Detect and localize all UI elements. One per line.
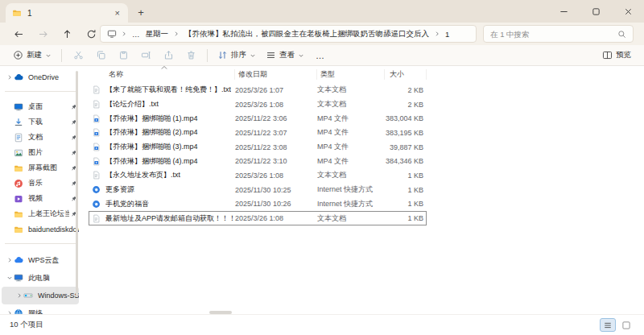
sidebar-item-桌面[interactable]: 桌面 bbox=[2, 99, 79, 114]
large-icons-view-icon[interactable] bbox=[618, 318, 634, 332]
new-button[interactable]: 新建 bbox=[8, 47, 56, 64]
column-header-大小[interactable]: 大小 bbox=[385, 69, 427, 80]
navigation-bar: … 星期一 【乔依琳】私拍流出，被四眼金主在老板椅上捆绑吸奶舌吻舔逼口交后入 1 bbox=[0, 23, 644, 45]
tab-title: 1 bbox=[27, 9, 108, 18]
sidebar-item-label: 视频 bbox=[28, 193, 69, 204]
sidebar-item-此电脑[interactable]: 此电脑 bbox=[2, 269, 79, 287]
command-bar: 新建 排序 查看 … 预览 bbox=[0, 45, 644, 66]
pictures-icon bbox=[14, 148, 24, 158]
chevron-down-icon bbox=[250, 52, 256, 59]
file-type: MP4 文件 bbox=[317, 114, 385, 124]
file-row[interactable]: 【来了就能下载和观看！纯免费！】.txt2025/3/26 1:07文本文档2 … bbox=[89, 83, 427, 97]
sidebar: OneDrive桌面下载文档图片屏幕截图音乐视频上老王论坛当baidunetdi… bbox=[0, 66, 80, 314]
sidebar-scrollbar[interactable] bbox=[76, 71, 78, 296]
breadcrumb-segment[interactable]: 星期一 bbox=[145, 29, 170, 39]
share-icon[interactable] bbox=[157, 47, 180, 64]
copy-icon[interactable] bbox=[89, 47, 112, 64]
sidebar-item-网络[interactable]: 网络 bbox=[2, 304, 79, 314]
column-header-类型[interactable]: 类型 bbox=[317, 69, 385, 80]
sort-button[interactable]: 排序 bbox=[213, 47, 261, 64]
close-icon[interactable] bbox=[612, 0, 644, 23]
file-row[interactable]: 【乔依琳】捆绑啪啪 (4).mp42025/11/22 3:10MP4 文件38… bbox=[89, 154, 427, 168]
preview-button[interactable]: 预览 bbox=[597, 47, 636, 64]
new-tab-button[interactable]: + bbox=[134, 5, 148, 19]
monitor-icon[interactable] bbox=[107, 29, 117, 39]
file-row[interactable]: 【乔依琳】捆绑啪啪 (3).mp42025/11/22 3:08MP4 文件39… bbox=[89, 140, 427, 155]
file-row[interactable]: 手机党的福音2025/11/30 10:26Internet 快捷方式1 KB bbox=[89, 197, 427, 212]
sidebar-item-图片[interactable]: 图片 bbox=[2, 145, 79, 160]
onedrive-cloud-icon bbox=[14, 72, 24, 82]
preview-button-label: 预览 bbox=[616, 50, 631, 60]
file-name: 【来了就能下载和观看！纯免费！】.txt bbox=[105, 85, 231, 95]
mp4-file-icon bbox=[92, 143, 101, 151]
file-type: MP4 文件 bbox=[317, 142, 385, 152]
file-type: 文本文档 bbox=[317, 99, 385, 110]
internet-shortcut-icon bbox=[92, 200, 101, 209]
column-header-修改日期[interactable]: 修改日期 bbox=[235, 69, 317, 80]
search-box[interactable] bbox=[483, 25, 634, 43]
sidebar-divider bbox=[5, 243, 76, 244]
delete-icon[interactable] bbox=[180, 47, 202, 64]
file-type: MP4 文件 bbox=[317, 127, 385, 138]
sidebar-divider bbox=[5, 91, 76, 92]
sort-button-label: 排序 bbox=[231, 50, 246, 60]
view-button[interactable]: 查看 bbox=[261, 47, 309, 64]
file-size: 1 KB bbox=[385, 214, 427, 222]
breadcrumb-segment[interactable]: 【乔依琳】私拍流出，被四眼金主在老板椅上捆绑吸奶舌吻舔逼口交后入 bbox=[184, 29, 430, 39]
sidebar-item-音乐[interactable]: 音乐 bbox=[2, 176, 79, 191]
folder-icon bbox=[14, 225, 24, 234]
sidebar-item-上老王论坛当[interactable]: 上老王论坛当 bbox=[2, 206, 79, 221]
file-row[interactable]: 【乔依琳】捆绑啪啪 (2).mp42025/11/22 3:07MP4 文件38… bbox=[89, 126, 427, 140]
sidebar-item-WPS云盘[interactable]: WPS云盘 bbox=[2, 251, 79, 269]
file-size: 383,195 KB bbox=[385, 129, 427, 137]
sort-ascending-caret-icon bbox=[161, 65, 167, 70]
mp4-file-icon bbox=[92, 128, 101, 137]
sidebar-item-视频[interactable]: 视频 bbox=[2, 191, 79, 206]
paste-icon[interactable] bbox=[112, 47, 134, 64]
drive-icon bbox=[23, 291, 34, 300]
file-row[interactable]: 【乔依琳】捆绑啪啪 (1).mp42025/11/22 3:06MP4 文件38… bbox=[89, 111, 427, 126]
forward-icon[interactable] bbox=[31, 23, 55, 44]
sidebar-item-下载[interactable]: 下载 bbox=[2, 114, 79, 130]
sidebar-item-label: 上老王论坛当 bbox=[28, 209, 69, 219]
file-row[interactable]: 更多资源2025/11/30 10:25Internet 快捷方式1 KB bbox=[89, 183, 427, 197]
file-type: Internet 快捷方式 bbox=[317, 199, 385, 209]
file-name: 【论坛介绍】.txt bbox=[105, 99, 159, 110]
details-view-icon[interactable] bbox=[600, 318, 616, 332]
sidebar-item-屏幕截图[interactable]: 屏幕截图 bbox=[2, 160, 79, 176]
file-row[interactable]: 最新地址及APP请发邮箱自动获取！！！.txt2025/3/26 1:08文本文… bbox=[89, 211, 427, 225]
sidebar-item-label: 文档 bbox=[28, 132, 69, 143]
sidebar-item-Windows-SSD[interactable]: Windows-SSD bbox=[2, 287, 79, 304]
maximize-icon[interactable] bbox=[580, 0, 612, 23]
chevron-right-icon[interactable] bbox=[5, 74, 14, 81]
minimize-icon[interactable] bbox=[547, 0, 580, 23]
chevron-right-icon[interactable] bbox=[5, 257, 14, 263]
chevron-down-icon[interactable] bbox=[5, 275, 14, 281]
file-list-body: 【来了就能下载和观看！纯免费！】.txt2025/3/26 1:07文本文档2 … bbox=[89, 83, 427, 225]
more-options-button[interactable]: … bbox=[309, 51, 332, 60]
rename-icon[interactable] bbox=[134, 47, 157, 64]
search-icon[interactable] bbox=[617, 30, 626, 39]
breadcrumb-overflow[interactable]: … bbox=[131, 30, 141, 39]
text-file-icon bbox=[92, 100, 101, 109]
explorer-tab[interactable]: 1 × bbox=[6, 3, 128, 23]
file-row[interactable]: 【论坛介绍】.txt2025/3/26 1:08文本文档2 KB bbox=[89, 97, 427, 112]
divider bbox=[61, 49, 62, 62]
chevron-right-icon[interactable] bbox=[14, 292, 23, 299]
cut-icon[interactable] bbox=[67, 47, 89, 64]
sidebar-item-label: 下载 bbox=[28, 117, 69, 127]
sidebar-item-文档[interactable]: 文档 bbox=[2, 130, 79, 145]
tab-close-icon[interactable]: × bbox=[114, 8, 122, 18]
up-icon[interactable] bbox=[55, 23, 79, 44]
file-date-modified: 2025/11/22 3:07 bbox=[235, 129, 317, 137]
back-icon[interactable] bbox=[6, 23, 31, 44]
file-name: 【乔依琳】捆绑啪啪 (2).mp4 bbox=[105, 127, 198, 138]
file-row[interactable]: 【永久地址发布页】.txt2025/3/26 1:08文本文档1 KB bbox=[89, 168, 427, 183]
column-header-名称[interactable]: 名称 bbox=[89, 69, 235, 80]
file-name: 手机党的福音 bbox=[105, 199, 149, 209]
breadcrumb-segment-current[interactable]: 1 bbox=[444, 30, 450, 39]
sidebar-item-OneDrive[interactable]: OneDrive bbox=[2, 69, 79, 85]
search-input[interactable] bbox=[490, 30, 613, 39]
sidebar-item-baidunetdiskdow[interactable]: baidunetdiskdow bbox=[2, 221, 79, 237]
address-bar[interactable]: … 星期一 【乔依琳】私拍流出，被四眼金主在老板椅上捆绑吸奶舌吻舔逼口交后入 1 bbox=[100, 25, 477, 43]
